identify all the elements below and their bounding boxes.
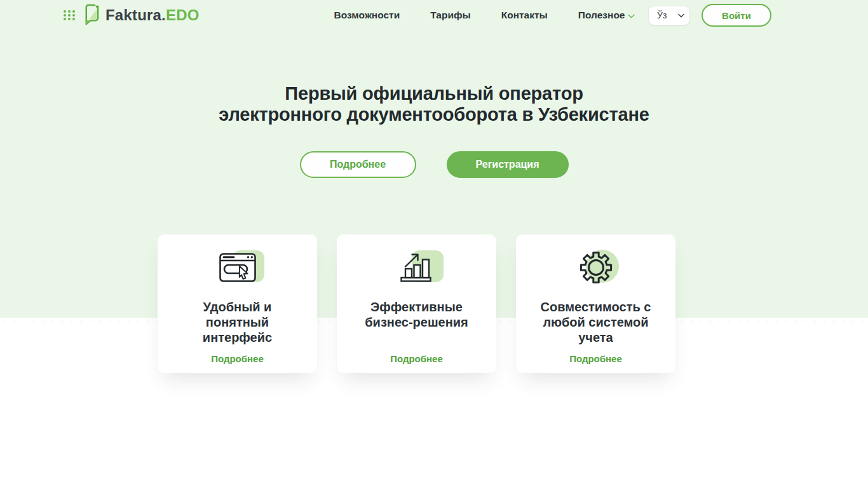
main-nav: Возможности Тарифы Контакты Полезное xyxy=(334,10,635,21)
hero-buttons: Подробнее Регистрация xyxy=(0,151,868,178)
nav-item-label: Полезное xyxy=(578,10,625,21)
nav-item-tariffs[interactable]: Тарифы xyxy=(430,10,471,21)
nav-item-useful[interactable]: Полезное xyxy=(578,10,635,21)
registration-button[interactable]: Регистрация xyxy=(447,151,569,178)
icon-wrap xyxy=(217,249,258,286)
feature-card-title: Эффективные бизнес-решения xyxy=(353,299,481,330)
browser-cursor-icon xyxy=(219,253,256,282)
logo-text-dark: Faktura. xyxy=(105,6,166,24)
feature-card-compatibility: Совместимость с любой системой учета Под… xyxy=(516,234,675,373)
nav-item-label: Контакты xyxy=(501,10,548,21)
icon-wrap xyxy=(397,249,437,286)
logo-text: Faktura.EDO xyxy=(105,6,200,24)
page-title-line1: Первый официальный оператор xyxy=(0,83,868,104)
feature-card-link[interactable]: Подробнее xyxy=(337,353,496,364)
header: Faktura.EDO Возможности Тарифы Контакты … xyxy=(0,0,868,30)
language-selector: Ўз xyxy=(648,6,690,25)
nav-item-label: Тарифы xyxy=(430,10,471,21)
nav-item-features[interactable]: Возможности xyxy=(334,10,400,21)
logo-document-icon xyxy=(82,3,100,28)
language-select[interactable]: Ўз xyxy=(648,6,690,25)
gear-icon xyxy=(578,250,614,285)
logo-text-green: EDO xyxy=(166,6,200,24)
feature-card-link[interactable]: Подробнее xyxy=(158,353,317,364)
hero-section: Первый официальный оператор электронного… xyxy=(0,83,868,178)
chevron-down-icon xyxy=(628,14,635,18)
page-title: Первый официальный оператор электронного… xyxy=(0,83,868,125)
icon-wrap xyxy=(576,249,616,286)
feature-card-link[interactable]: Подробнее xyxy=(516,353,675,364)
header-controls: Ўз Войти xyxy=(648,4,771,27)
nav-item-label: Возможности xyxy=(334,10,400,21)
feature-card-business: Эффективные бизнес-решения Подробнее xyxy=(337,234,496,373)
nav-item-contacts[interactable]: Контакты xyxy=(501,10,548,21)
bar-chart-icon xyxy=(399,252,435,283)
learn-more-button[interactable]: Подробнее xyxy=(300,151,416,178)
feature-card-interface: Удобный и понятный интерфейс Подробнее xyxy=(158,234,317,373)
feature-card-title: Удобный и понятный интерфейс xyxy=(173,299,302,345)
page-title-line2: электронного документооборота в Узбекист… xyxy=(0,104,868,125)
feature-card-title: Совместимость с любой системой учета xyxy=(535,299,657,345)
logo[interactable]: Faktura.EDO xyxy=(64,3,200,28)
grid-menu-icon[interactable] xyxy=(64,10,76,20)
feature-cards: Удобный и понятный интерфейс Подробнее Э… xyxy=(158,234,675,373)
login-button[interactable]: Войти xyxy=(702,4,771,27)
page: Faktura.EDO Возможности Тарифы Контакты … xyxy=(0,0,868,488)
